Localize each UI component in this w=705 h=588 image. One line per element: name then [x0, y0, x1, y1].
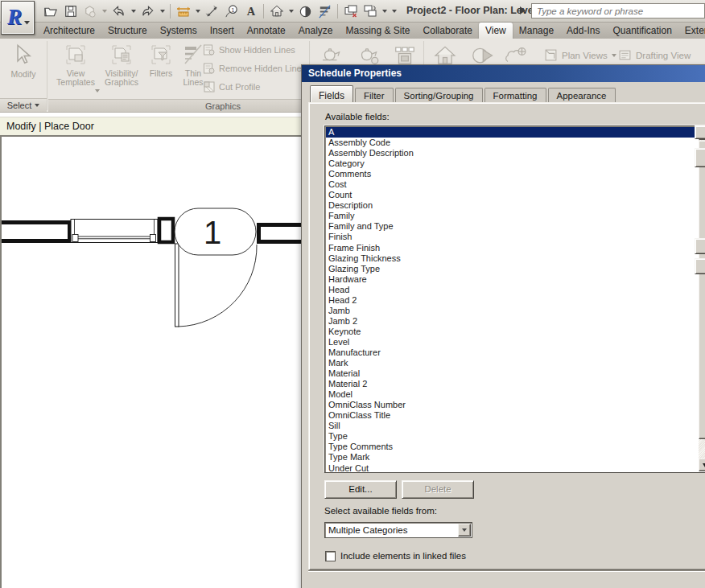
filters-button[interactable]: Filters — [145, 43, 177, 78]
drawing-canvas[interactable]: 1 — [0, 135, 301, 588]
include-linked-checkbox[interactable] — [325, 551, 336, 561]
field-list-item[interactable]: OmniClass Number — [326, 400, 699, 410]
category-combobox[interactable]: Multiple Categories — [324, 522, 472, 538]
thin-lines-button[interactable] — [315, 2, 334, 21]
view-templates-button[interactable]: View Templates — [53, 43, 98, 87]
undo-dropdown[interactable] — [129, 2, 138, 21]
dialog-tab[interactable]: Filter — [355, 88, 394, 102]
ribbon-tab[interactable]: Analyze — [292, 23, 340, 39]
ribbon-tab[interactable]: Annotate — [241, 23, 292, 39]
render-gallery-button[interactable] — [393, 45, 417, 66]
visibility-graphics-button[interactable]: Visibility/ Graphics — [100, 43, 143, 87]
switch-windows-button[interactable] — [361, 2, 379, 21]
cut-profile-button[interactable]: Cut Profile — [203, 80, 260, 93]
drafting-view-button[interactable]: Drafting View — [618, 48, 691, 62]
aligned-dimension-button[interactable] — [203, 2, 221, 21]
partial-button[interactable] — [695, 258, 705, 274]
section-button[interactable] — [296, 2, 315, 21]
field-list-item[interactable]: Under Cut — [326, 463, 699, 472]
field-list-item[interactable]: Sill — [326, 421, 699, 431]
ribbon-tab[interactable]: Extensions — [678, 23, 705, 39]
field-list-item[interactable]: Glazing Thickness — [326, 253, 699, 264]
ribbon-tab[interactable]: Architecture — [37, 23, 101, 39]
render-in-cloud-button[interactable] — [356, 45, 380, 66]
modify-button[interactable]: Modify — [5, 43, 42, 79]
partial-button[interactable] — [695, 125, 705, 139]
field-list-item[interactable]: Jamb 2 — [326, 316, 699, 327]
open-file-button[interactable] — [42, 2, 60, 21]
field-list-item[interactable]: Count — [326, 190, 699, 200]
default-3d-view-button[interactable] — [267, 2, 286, 21]
redo-button[interactable] — [138, 2, 157, 21]
field-list-item[interactable]: Material 2 — [326, 379, 699, 389]
field-list-item[interactable]: A — [326, 127, 699, 138]
remove-hidden-lines-button[interactable]: Remove Hidden Lines — [203, 62, 306, 75]
dialog-tab[interactable]: Fields — [310, 85, 353, 102]
ribbon-tab[interactable]: Structure — [101, 23, 154, 39]
field-list-item[interactable]: Cost — [326, 179, 699, 190]
field-list-item[interactable]: Family and Type — [326, 221, 699, 232]
dialog-title-bar[interactable]: Schedule Properties — [302, 65, 705, 82]
customize-qat-button[interactable] — [390, 2, 398, 21]
field-list-item[interactable]: Level — [326, 337, 699, 347]
field-list-item[interactable]: Family — [326, 211, 699, 221]
field-list-item[interactable]: Glazing Type — [326, 264, 699, 274]
search-input[interactable] — [531, 3, 705, 19]
undo-button[interactable] — [109, 2, 128, 21]
application-menu-button[interactable]: R R — [1, 1, 35, 35]
switch-windows-dropdown[interactable] — [380, 2, 389, 21]
scrollbar-thumb[interactable] — [699, 141, 705, 439]
3d-view-dropdown[interactable] — [287, 2, 295, 21]
field-list-item[interactable]: Manufacturer — [326, 347, 699, 358]
save-button[interactable] — [61, 2, 80, 21]
field-list-item[interactable]: Assembly Description — [326, 148, 699, 158]
edit-button[interactable]: Edit... — [324, 480, 397, 499]
title-expand-arrow-icon[interactable] — [520, 6, 526, 14]
plan-views-button[interactable]: Plan Views — [544, 48, 616, 62]
tag-button[interactable]: 1 — [222, 2, 241, 21]
combobox-dropdown-button[interactable] — [458, 524, 471, 537]
field-list-item[interactable]: Jamb — [326, 306, 699, 316]
field-list-item[interactable]: OmniClass Title — [326, 410, 699, 421]
render-button[interactable] — [319, 45, 343, 66]
field-list-item[interactable]: Head 2 — [326, 295, 699, 306]
ribbon-tab[interactable]: Collaborate — [417, 23, 479, 39]
synchronize-dropdown[interactable] — [100, 2, 109, 21]
measure-button[interactable] — [174, 2, 192, 21]
text-button[interactable]: A — [241, 2, 260, 21]
ribbon-tab[interactable]: Quantification — [606, 23, 678, 39]
field-list-item[interactable]: Model — [326, 389, 699, 400]
door-leaf[interactable] — [175, 244, 179, 327]
field-list-item[interactable]: Type — [326, 431, 699, 442]
field-list-item[interactable]: Description — [326, 200, 699, 211]
ribbon-tab[interactable]: Systems — [154, 23, 204, 39]
field-list-item[interactable]: Finish — [326, 232, 699, 242]
measure-dropdown[interactable] — [193, 2, 202, 21]
field-list-item[interactable]: Frame Finish — [326, 243, 699, 253]
ribbon-tab[interactable]: Insert — [204, 23, 241, 39]
field-list-item[interactable]: Keynote — [326, 327, 699, 337]
door-tag[interactable]: 1 — [175, 208, 256, 255]
ribbon-tab[interactable]: Add-Ins — [560, 23, 606, 39]
field-list-item[interactable]: Type Comments — [326, 442, 699, 452]
field-list-item[interactable]: Assembly Code — [326, 138, 699, 148]
show-hidden-lines-button[interactable]: Show Hidden Lines — [203, 43, 295, 56]
close-inactive-windows-button[interactable] — [341, 2, 360, 21]
synchronize-button[interactable] — [80, 2, 99, 21]
field-list-item[interactable]: Hardware — [326, 274, 699, 285]
dialog-tab[interactable]: Appearance — [548, 88, 616, 102]
partial-button[interactable] — [695, 238, 705, 254]
field-list-item[interactable]: Material — [326, 368, 699, 379]
scroll-down-button[interactable] — [699, 458, 705, 471]
ribbon-tab[interactable]: Massing & Site — [340, 23, 417, 39]
field-list-item[interactable]: Head — [326, 285, 699, 295]
partial-button[interactable] — [695, 148, 705, 167]
dialog-tab[interactable]: Sorting/Grouping — [395, 88, 483, 102]
dialog-tab[interactable]: Formatting — [484, 88, 546, 102]
redo-dropdown[interactable] — [158, 2, 167, 21]
field-list-item[interactable]: Type Mark — [326, 452, 699, 463]
field-list-item[interactable]: Comments — [326, 169, 699, 179]
field-list-item[interactable]: Category — [326, 158, 699, 169]
field-list-item[interactable]: Mark — [326, 358, 699, 368]
ribbon-tab[interactable]: Manage — [513, 23, 560, 39]
